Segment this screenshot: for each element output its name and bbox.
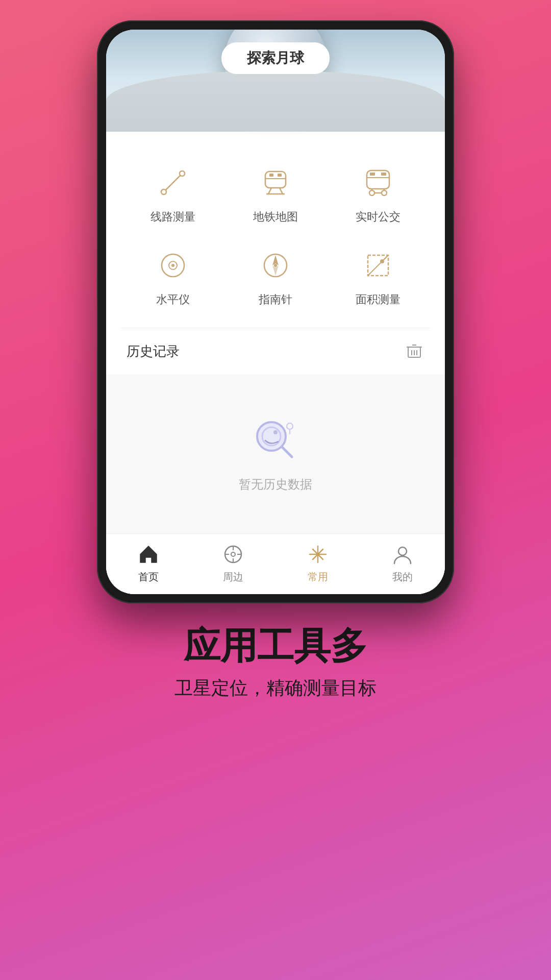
content-area: 线路测量 地铁地图 xyxy=(106,132,445,594)
history-header: 历史记录 xyxy=(106,328,445,374)
history-title: 历史记录 xyxy=(127,342,180,360)
area-icon xyxy=(358,245,398,286)
history-empty: 暂无历史数据 xyxy=(106,374,445,533)
tool-line-measure-label: 线路测量 xyxy=(151,209,195,225)
moon-surface xyxy=(106,70,445,132)
svg-point-52 xyxy=(398,547,407,555)
svg-point-1 xyxy=(180,171,185,176)
nav-home-label: 首页 xyxy=(138,570,159,584)
svg-rect-18 xyxy=(381,173,386,176)
nav-mine[interactable]: 我的 xyxy=(360,542,445,584)
tool-level[interactable]: 水平仪 xyxy=(121,235,224,317)
promo-section: 应用工具多 卫星定位，精确测量目标 xyxy=(144,603,407,716)
tool-grid: 线路测量 地铁地图 xyxy=(106,142,445,328)
svg-point-12 xyxy=(369,190,374,195)
common-icon xyxy=(305,542,331,567)
mine-icon xyxy=(390,542,415,567)
tool-compass[interactable]: 指南针 xyxy=(224,235,327,317)
tool-subway-map[interactable]: 地铁地图 xyxy=(224,152,327,235)
phone-screen: 探索月球 线路测量 xyxy=(106,30,445,594)
nearby-icon xyxy=(220,542,246,567)
svg-rect-6 xyxy=(278,174,282,177)
tool-area-measure-label: 面积测量 xyxy=(356,292,400,307)
svg-point-0 xyxy=(161,189,166,194)
nav-nearby[interactable]: 周边 xyxy=(191,542,276,584)
svg-point-13 xyxy=(382,190,387,195)
svg-point-39 xyxy=(273,430,278,434)
svg-point-25 xyxy=(274,264,277,267)
compass-icon xyxy=(255,245,296,286)
app-title: 探索月球 xyxy=(221,42,330,74)
tool-level-label: 水平仪 xyxy=(156,292,190,307)
promo-sub-title: 卫星定位，精确测量目标 xyxy=(174,676,377,701)
svg-line-38 xyxy=(282,447,292,457)
phone-frame: 探索月球 线路测量 xyxy=(97,20,454,603)
svg-rect-17 xyxy=(370,173,375,176)
tool-compass-label: 指南针 xyxy=(259,292,292,307)
tool-line-measure[interactable]: 线路测量 xyxy=(121,152,224,235)
home-icon xyxy=(136,542,161,567)
nav-common[interactable]: 常用 xyxy=(276,542,360,584)
tool-realtime-bus-label: 实时公交 xyxy=(356,209,400,225)
nav-nearby-label: 周边 xyxy=(223,570,243,584)
subway-icon xyxy=(255,162,296,203)
svg-point-21 xyxy=(171,264,174,267)
bus-icon xyxy=(358,162,398,203)
nav-common-label: 常用 xyxy=(308,570,328,584)
svg-point-40 xyxy=(287,423,293,429)
history-section: 历史记录 xyxy=(106,328,445,533)
promo-main-title: 应用工具多 xyxy=(174,624,377,668)
moon-header: 探索月球 xyxy=(106,30,445,132)
route-icon xyxy=(153,162,193,203)
tool-realtime-bus[interactable]: 实时公交 xyxy=(327,152,430,235)
tool-area-measure[interactable]: 面积测量 xyxy=(327,235,430,317)
svg-point-28 xyxy=(380,259,384,263)
bottom-nav: 首页 周边 xyxy=(106,533,445,594)
svg-rect-5 xyxy=(269,174,273,177)
svg-rect-3 xyxy=(265,172,286,188)
tool-subway-map-label: 地铁地图 xyxy=(253,209,298,225)
nav-mine-label: 我的 xyxy=(392,570,413,584)
empty-history-text: 暂无历史数据 xyxy=(239,476,312,493)
nav-home[interactable]: 首页 xyxy=(106,542,191,584)
svg-line-2 xyxy=(166,176,180,190)
level-icon xyxy=(153,245,193,286)
empty-search-icon xyxy=(250,415,301,466)
svg-line-8 xyxy=(280,188,283,194)
svg-line-7 xyxy=(268,188,271,194)
clear-history-button[interactable] xyxy=(404,341,424,361)
svg-point-43 xyxy=(231,552,235,556)
